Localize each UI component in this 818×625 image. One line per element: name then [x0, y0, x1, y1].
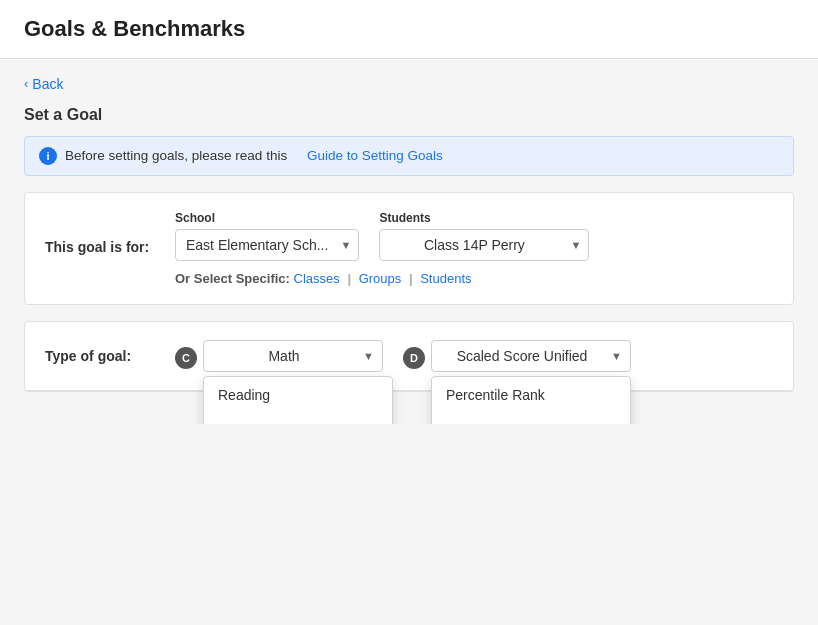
classes-link[interactable]: Classes — [294, 271, 340, 286]
math-dropdown-container: Math ▼ Reading Reading Spanish — [203, 340, 383, 372]
option-reading[interactable]: Reading — [204, 377, 392, 413]
pipe-2: | — [409, 271, 413, 286]
students-dropdown[interactable]: Class 14P Perry — [379, 229, 589, 261]
or-select-label: Or Select Specific: — [175, 271, 290, 286]
math-dropdown-btn[interactable]: Math ▼ — [203, 340, 383, 372]
back-arrow-icon: ‹ — [24, 76, 28, 91]
math-chevron-icon: ▼ — [363, 350, 374, 362]
badge-c: C — [175, 347, 197, 369]
option-percentile-rank[interactable]: Percentile Rank — [432, 377, 630, 413]
score-dropdown-btn[interactable]: Scaled Score Unified ▼ — [431, 340, 631, 372]
info-text: Before setting goals, please read this — [65, 148, 287, 163]
badge-d: D — [403, 347, 425, 369]
students-label: Students — [379, 211, 589, 225]
school-select-wrapper: East Elementary Sch... ▼ — [175, 229, 359, 261]
score-selector-group: D Scaled Score Unified ▼ Percentile Rank — [403, 340, 631, 372]
info-icon: i — [39, 147, 57, 165]
goal-for-fields: School East Elementary Sch... ▼ Students… — [175, 211, 589, 286]
school-label: School — [175, 211, 359, 225]
math-dropdown-menu: Reading Reading Spanish Math ✓ Math Span… — [203, 376, 393, 424]
page-content: ‹ Back Set a Goal i Before setting goals… — [0, 59, 818, 424]
students-link[interactable]: Students — [420, 271, 471, 286]
goal-selectors-wrapper: C Math ▼ Reading Reading Spanish — [175, 340, 631, 372]
score-chevron-icon: ▼ — [611, 350, 622, 362]
pipe-1: | — [347, 271, 351, 286]
info-banner: i Before setting goals, please read this… — [24, 136, 794, 176]
back-link[interactable]: ‹ Back — [24, 76, 63, 92]
set-goal-title: Set a Goal — [24, 106, 794, 124]
math-selected-value: Math — [268, 348, 299, 364]
score-dropdown-container: Scaled Score Unified ▼ Percentile Rank S… — [431, 340, 631, 372]
math-selector-group: C Math ▼ Reading Reading Spanish — [175, 340, 383, 372]
school-dropdown[interactable]: East Elementary Sch... — [175, 229, 359, 261]
goal-for-label: This goal is for: — [45, 211, 175, 255]
school-field-group: School East Elementary Sch... ▼ — [175, 211, 359, 261]
page-header: Goals & Benchmarks — [0, 0, 818, 59]
goal-for-card: This goal is for: School East Elementary… — [24, 192, 794, 305]
goal-for-row: This goal is for: School East Elementary… — [25, 193, 793, 304]
groups-link[interactable]: Groups — [359, 271, 402, 286]
dropdowns-row: School East Elementary Sch... ▼ Students… — [175, 211, 589, 261]
type-of-goal-card: Type of goal: C Math ▼ Reading — [24, 321, 794, 392]
students-field-group: Students Class 14P Perry ▼ — [379, 211, 589, 261]
option-reading-spanish[interactable]: Reading Spanish — [204, 413, 392, 424]
score-dropdown-menu: Percentile Rank Scaled Score Enterprise … — [431, 376, 631, 424]
option-scaled-score-enterprise[interactable]: Scaled Score Enterprise - Star Math — [432, 413, 630, 424]
page-title: Goals & Benchmarks — [24, 16, 794, 42]
goal-type-row: Type of goal: C Math ▼ Reading — [25, 322, 793, 391]
guide-link[interactable]: Guide to Setting Goals — [307, 148, 443, 163]
or-select-row: Or Select Specific: Classes | Groups | S… — [175, 271, 589, 286]
score-selected-value: Scaled Score Unified — [457, 348, 588, 364]
students-select-wrapper: Class 14P Perry ▼ — [379, 229, 589, 261]
goal-type-label: Type of goal: — [45, 340, 175, 364]
